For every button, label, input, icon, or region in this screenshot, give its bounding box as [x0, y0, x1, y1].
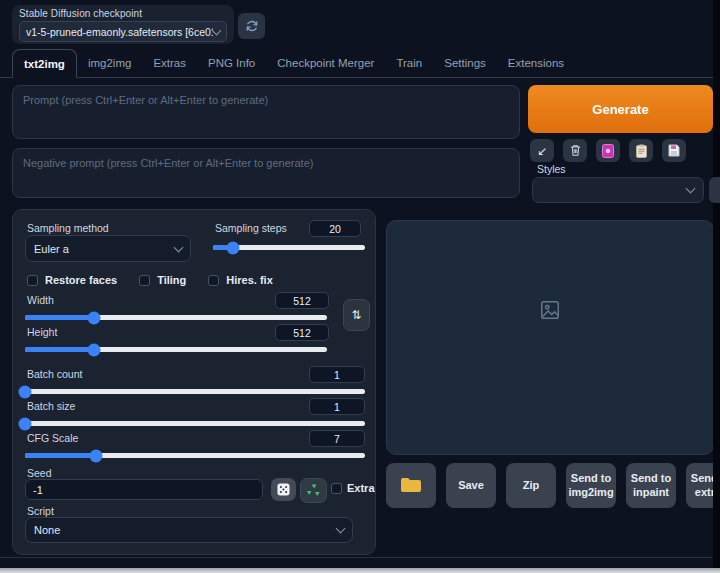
checkbox-row: Restore faces Tiling Hires. fix — [27, 274, 273, 286]
chevron-down-icon — [336, 524, 346, 534]
styles-refresh-button-cut[interactable] — [709, 177, 720, 203]
sampling-steps-label: Sampling steps — [215, 222, 287, 234]
script-value: None — [34, 524, 60, 536]
batch-size-label: Batch size — [27, 400, 75, 412]
dice-icon — [277, 483, 290, 496]
batch-count-label: Batch count — [27, 368, 82, 380]
slider-handle[interactable] — [88, 311, 101, 324]
bottom-window-edge — [0, 568, 720, 573]
slider-handle[interactable] — [88, 343, 101, 356]
slider-fill — [25, 315, 94, 320]
generate-button[interactable]: Generate — [528, 85, 713, 133]
styles-label: Styles — [537, 163, 566, 175]
slider-track[interactable] — [25, 389, 365, 394]
batch-size-slider[interactable] — [25, 417, 365, 430]
width-label: Width — [27, 294, 54, 306]
tab-png-info[interactable]: PNG Info — [197, 49, 266, 77]
batch-count-slider[interactable] — [25, 385, 365, 398]
width-input[interactable] — [275, 292, 329, 309]
cfg-scale-slider[interactable] — [25, 449, 365, 462]
slider-handle[interactable] — [90, 449, 103, 462]
clear-prompt-button[interactable] — [563, 139, 587, 162]
send-to-inpaint-button[interactable]: Send to inpaint — [626, 463, 676, 508]
flower-card-icon — [602, 144, 614, 158]
script-label: Script — [27, 505, 54, 517]
tab-extensions[interactable]: Extensions — [497, 49, 575, 77]
txt2img-settings-panel: Sampling method Euler a Sampling steps R… — [12, 209, 376, 555]
extra-networks-button[interactable] — [596, 139, 620, 162]
tab-settings[interactable]: Settings — [433, 49, 497, 77]
prompt-input[interactable] — [12, 85, 520, 139]
height-slider[interactable] — [25, 343, 327, 356]
script-select[interactable]: None — [25, 517, 353, 543]
recycle-icon — [306, 483, 321, 498]
sampling-method-value: Euler a — [34, 243, 69, 255]
slider-track[interactable] — [25, 453, 365, 458]
tiling-label: Tiling — [157, 274, 186, 286]
restore-faces-option: Restore faces — [27, 274, 117, 286]
open-output-folder-button[interactable] — [386, 463, 436, 508]
sampling-steps-input[interactable] — [309, 220, 361, 237]
clipboard-icon — [636, 144, 647, 158]
swap-arrows-icon: ⇅ — [351, 308, 361, 322]
chevron-down-icon — [686, 184, 696, 194]
restore-faces-checkbox[interactable] — [27, 275, 38, 286]
slider-handle[interactable] — [19, 385, 32, 398]
checkpoint-value: v1-5-pruned-emaonly.safetensors [6ce0161… — [26, 26, 213, 38]
send-to-img2img-button[interactable]: Send to img2img — [566, 463, 616, 508]
tiling-option: Tiling — [139, 274, 186, 286]
tab-txt2img[interactable]: txt2img — [12, 49, 77, 78]
sampling-method-label: Sampling method — [27, 222, 109, 234]
batch-size-input[interactable] — [309, 398, 365, 415]
hires-fix-checkbox[interactable] — [208, 275, 219, 286]
height-input[interactable] — [275, 324, 329, 341]
checkpoint-label: Stable Diffusion checkpoint — [19, 8, 227, 19]
checkpoint-block: Stable Diffusion checkpoint v1-5-pruned-… — [12, 5, 234, 44]
batch-count-input[interactable] — [309, 366, 365, 383]
folder-icon — [400, 477, 422, 494]
tab-train[interactable]: Train — [385, 49, 433, 77]
slider-track[interactable] — [213, 245, 365, 250]
styles-select[interactable] — [532, 177, 704, 203]
tab-extras[interactable]: Extras — [142, 49, 197, 77]
negative-prompt-input[interactable] — [12, 148, 520, 198]
slider-fill — [25, 453, 96, 458]
tab-img2img[interactable]: img2img — [77, 49, 142, 77]
reuse-seed-button[interactable] — [300, 478, 327, 503]
slider-track[interactable] — [25, 347, 327, 352]
refresh-checkpoints-button[interactable] — [238, 13, 265, 39]
apply-style-button[interactable] — [629, 139, 653, 162]
restore-faces-label: Restore faces — [45, 274, 117, 286]
slider-handle[interactable] — [226, 241, 239, 254]
slider-track[interactable] — [25, 421, 365, 426]
slider-track[interactable] — [25, 315, 327, 320]
chevron-down-icon — [212, 25, 222, 35]
hires-fix-label: Hires. fix — [226, 274, 272, 286]
checkpoint-select[interactable]: v1-5-pruned-emaonly.safetensors [6ce0161… — [19, 21, 227, 42]
arrow-down-left-icon: ↙ — [537, 144, 547, 158]
prompt-tool-row: ↙ — [530, 139, 686, 162]
sampling-steps-slider[interactable] — [213, 241, 365, 254]
width-slider[interactable] — [25, 311, 327, 324]
cfg-scale-label: CFG Scale — [27, 432, 78, 444]
slider-handle[interactable] — [19, 417, 32, 430]
image-preview-panel — [386, 220, 714, 455]
main-tab-bar: txt2img img2img Extras PNG Info Checkpoi… — [0, 49, 713, 78]
right-window-edge — [713, 0, 720, 568]
swap-dimensions-button[interactable]: ⇅ — [343, 299, 370, 331]
sampling-method-select[interactable]: Euler a — [25, 235, 191, 262]
refresh-icon — [245, 19, 259, 33]
save-style-button[interactable] — [662, 139, 686, 162]
save-button[interactable]: Save — [446, 463, 496, 508]
random-seed-button[interactable] — [271, 478, 296, 501]
gallery-button-row: Save Zip Send to img2img Send to inpaint… — [386, 463, 720, 508]
paste-generation-params-button[interactable]: ↙ — [530, 139, 554, 162]
cfg-scale-input[interactable] — [309, 430, 365, 447]
tiling-checkbox[interactable] — [139, 275, 150, 286]
hires-fix-option: Hires. fix — [208, 274, 272, 286]
zip-button[interactable]: Zip — [506, 463, 556, 508]
tab-checkpoint-merger[interactable]: Checkpoint Merger — [266, 49, 385, 77]
extra-seed-label: Extra — [347, 482, 375, 494]
seed-input[interactable] — [25, 479, 263, 500]
extra-seed-checkbox[interactable] — [331, 483, 342, 494]
